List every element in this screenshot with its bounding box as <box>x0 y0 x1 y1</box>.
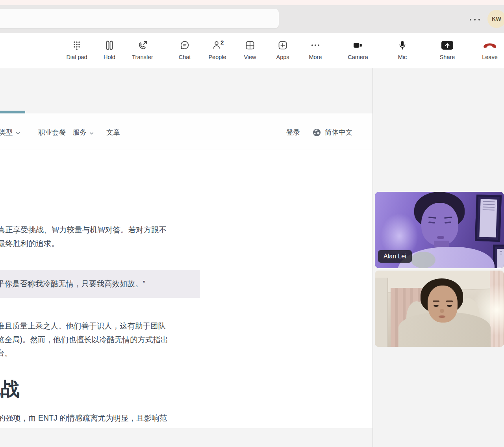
apps-icon <box>277 39 288 52</box>
participant-name-badge: Alan Lei <box>378 250 412 263</box>
participant-name: Alan Lei <box>384 253 406 260</box>
avatar[interactable]: KW <box>487 10 504 28</box>
globe-icon <box>312 128 321 137</box>
nav-item-career[interactable]: 职业套餐 <box>38 128 66 137</box>
wall-frame <box>493 245 504 268</box>
video-tile-alan-lei[interactable]: Alan Lei <box>375 192 504 268</box>
browser-tab-indicator <box>0 111 25 113</box>
call-toolbar: Dial pad Hold Transfer Chat <box>0 33 504 68</box>
hold-icon <box>104 39 115 52</box>
hold-button[interactable]: Hold <box>94 36 124 65</box>
wall-frame <box>475 195 502 242</box>
nav-item-types[interactable]: 格类型 <box>0 128 20 137</box>
site-navbar: 格类型 职业套餐 服务 文章 登录 <box>0 113 372 150</box>
people-count-badge: 2 <box>220 39 224 46</box>
people-button[interactable]: 2 People <box>202 36 232 65</box>
view-label: View <box>244 54 256 60</box>
nav-item-articles[interactable]: 文章 <box>106 128 120 137</box>
dialpad-icon <box>71 39 82 52</box>
camera-icon <box>352 39 363 52</box>
more-label: More <box>309 54 322 60</box>
quote-text: 乎你是否称我冷酷无情，只要我高效如故。” <box>0 278 145 289</box>
shared-webpage: 格类型 职业套餐 服务 文章 登录 <box>0 113 372 428</box>
leave-label: Leave <box>482 54 498 60</box>
view-icon <box>245 39 256 52</box>
transfer-button[interactable]: Transfer <box>128 36 158 65</box>
chevron-down-icon <box>89 128 94 137</box>
screen-share-region: 格类型 职业套餐 服务 文章 登录 <box>0 68 372 447</box>
dialpad-label: Dial pad <box>66 54 87 60</box>
mic-button[interactable]: Mic <box>387 36 417 65</box>
chat-button[interactable]: Chat <box>170 36 200 65</box>
more-icon <box>310 39 321 52</box>
avatar-initials: KW <box>492 16 501 22</box>
call-title-field[interactable] <box>0 9 279 28</box>
mic-label: Mic <box>398 54 407 60</box>
hold-label: Hold <box>104 54 115 60</box>
view-button[interactable]: View <box>235 36 265 65</box>
nav-item-services[interactable]: 服务 <box>73 128 94 137</box>
login-link[interactable]: 登录 <box>286 128 300 137</box>
chat-icon <box>179 39 190 52</box>
dialpad-button[interactable]: Dial pad <box>62 36 92 65</box>
room-door <box>375 278 388 347</box>
language-label: 简体中文 <box>325 128 352 137</box>
article-section-heading: 挑战 <box>0 377 20 402</box>
more-button[interactable]: More <box>300 36 330 65</box>
article-paragraph: 的强项，而 ENTJ 的情感疏离尤为明显，且影响范 无意忽视那些被视为低效或懒惰… <box>0 411 167 428</box>
camera-label: Camera <box>348 54 368 60</box>
mic-icon <box>397 39 408 52</box>
share-icon <box>441 39 454 52</box>
titlebar-more-icon[interactable] <box>470 18 480 22</box>
transfer-label: Transfer <box>132 54 153 60</box>
video-tile-participant-2[interactable] <box>375 271 504 347</box>
article-paragraph: 真正享受挑战、智力较量与机智对答。若对方跟不 最终胜利的追求。 <box>0 223 167 250</box>
chevron-down-icon <box>16 128 20 137</box>
share-button[interactable]: Share <box>432 36 462 65</box>
leave-icon <box>482 39 497 52</box>
people-label: People <box>208 54 226 60</box>
leave-button[interactable]: Leave <box>475 36 504 65</box>
apps-button[interactable]: Apps <box>268 36 298 65</box>
article-paragraph: 准且质量上乘之人。他们善于识人，这有助于团队 览全局)。然而，他们也擅长以冷酷无… <box>0 319 169 360</box>
app-titlebar: KW <box>0 5 504 33</box>
apps-label: Apps <box>276 54 289 60</box>
window-top-strip <box>0 0 504 5</box>
chat-label: Chat <box>179 54 191 60</box>
camera-button[interactable]: Camera <box>343 36 373 65</box>
language-selector[interactable]: 简体中文 <box>312 128 352 137</box>
article-quote-block: 乎你是否称我冷酷无情，只要我高效如故。” <box>0 270 200 298</box>
share-label: Share <box>440 54 455 60</box>
transfer-icon <box>137 39 148 52</box>
